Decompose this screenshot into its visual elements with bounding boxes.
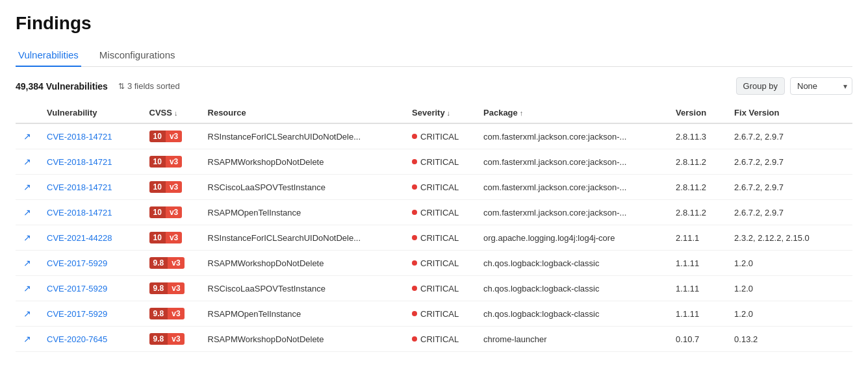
severity-dot-icon [412,184,417,190]
row-version: 2.8.11.3 [668,123,726,149]
row-severity: CRITICAL [404,123,476,149]
row-link-cell: ↗ [16,123,39,149]
row-version: 1.1.11 [668,276,726,301]
row-link-cell: ↗ [16,149,39,175]
col-header-version[interactable]: Version [668,103,726,123]
sort-icon: ⇅ [118,82,125,91]
row-link-cell: ↗ [16,175,39,200]
severity-label: CRITICAL [420,132,459,142]
row-fix-version: 1.2.0 [726,301,852,327]
table-row: ↗CVE-2021-4422810v3RSInstanceForICLSearc… [16,225,852,251]
severity-label: CRITICAL [420,182,459,192]
row-version: 0.10.7 [668,327,726,352]
severity-label: CRITICAL [420,309,459,319]
row-fix-version: 2.3.2, 2.12.2, 2.15.0 [726,225,852,251]
vulnerabilities-table: Vulnerability CVSS ↓ Resource Se [16,103,852,352]
group-by-label: Group by [736,77,785,95]
row-fix-version: 0.13.2 [726,327,852,352]
row-resource: RSCiscoLaaSPOVTestInstance [200,276,405,301]
external-link-icon[interactable]: ↗ [23,232,31,243]
table-row: ↗CVE-2017-59299.8v3RSAPMOpenTelInstanceC… [16,301,852,327]
row-cvss: 10v3 [142,225,200,251]
row-link-cell: ↗ [16,200,39,225]
row-link-cell: ↗ [16,225,39,251]
row-severity: CRITICAL [404,225,476,251]
table-row: ↗CVE-2018-1472110v3RSAPMOpenTelInstanceC… [16,200,852,225]
severity-dot-icon [412,311,417,316]
severity-dot-icon [412,286,417,291]
row-vulnerability[interactable]: CVE-2021-44228 [39,225,142,251]
col-header-package[interactable]: Package ↑ [476,103,668,123]
external-link-icon[interactable]: ↗ [23,283,31,293]
row-version: 2.8.11.2 [668,149,726,175]
tab-misconfigurations[interactable]: Misconfigurations [97,44,178,67]
row-vulnerability[interactable]: CVE-2018-14721 [39,200,142,225]
row-resource: RSAPMOpenTelInstance [200,301,405,327]
severity-sort-arrow: ↓ [447,109,451,117]
col-header-fix-version[interactable]: Fix Version [726,103,852,123]
row-resource: RSCiscoLaaSPOVTestInstance [200,175,405,200]
external-link-icon[interactable]: ↗ [23,207,31,218]
row-vulnerability[interactable]: CVE-2017-5929 [39,301,142,327]
toolbar: 49,384 Vulnerabilities ⇅ 3 fields sorted… [16,77,852,95]
row-vulnerability[interactable]: CVE-2018-14721 [39,123,142,149]
page-title: Findings [16,13,852,34]
severity-label: CRITICAL [420,284,459,293]
row-fix-version: 2.6.7.2, 2.9.7 [726,200,852,225]
col-header-cvss[interactable]: CVSS ↓ [142,103,200,123]
row-cvss: 10v3 [142,175,200,200]
row-vulnerability[interactable]: CVE-2018-14721 [39,149,142,175]
external-link-icon[interactable]: ↗ [23,308,31,319]
row-cvss: 10v3 [142,123,200,149]
table-row: ↗CVE-2018-1472110v3RSInstanceForICLSearc… [16,123,852,149]
row-package: com.fasterxml.jackson.core:jackson-... [476,175,668,200]
external-link-icon[interactable]: ↗ [23,131,31,142]
row-severity: CRITICAL [404,327,476,352]
row-version: 2.11.1 [668,225,726,251]
toolbar-left: 49,384 Vulnerabilities ⇅ 3 fields sorted [16,81,180,92]
tab-bar: Vulnerabilities Misconfigurations [16,44,852,67]
row-vulnerability[interactable]: CVE-2020-7645 [39,327,142,352]
external-link-icon[interactable]: ↗ [23,156,31,167]
col-header-vulnerability[interactable]: Vulnerability [39,103,142,123]
col-header-link [16,103,39,123]
row-severity: CRITICAL [404,276,476,301]
group-by-select[interactable]: None Severity Resource Package [790,77,852,95]
severity-dot-icon [412,260,417,266]
row-link-cell: ↗ [16,276,39,301]
row-vulnerability[interactable]: CVE-2017-5929 [39,276,142,301]
cvss-sort-arrow: ↓ [174,109,178,117]
severity-dot-icon [412,336,417,342]
row-severity: CRITICAL [404,200,476,225]
col-header-resource[interactable]: Resource [200,103,405,123]
row-fix-version: 2.6.7.2, 2.9.7 [726,175,852,200]
row-link-cell: ↗ [16,301,39,327]
findings-page: Findings Vulnerabilities Misconfiguratio… [0,0,868,374]
severity-label: CRITICAL [420,334,459,344]
severity-label: CRITICAL [420,157,459,167]
row-resource: RSAPMOpenTelInstance [200,200,405,225]
external-link-icon[interactable]: ↗ [23,334,31,344]
row-vulnerability[interactable]: CVE-2018-14721 [39,175,142,200]
row-resource: RSAPMWorkshopDoNotDelete [200,149,405,175]
row-version: 1.1.11 [668,301,726,327]
row-package: com.fasterxml.jackson.core:jackson-... [476,149,668,175]
severity-label: CRITICAL [420,208,459,218]
sort-info: ⇅ 3 fields sorted [118,81,180,91]
row-resource: RSInstanceForICLSearchUIDoNotDele... [200,225,405,251]
col-header-severity[interactable]: Severity ↓ [404,103,476,123]
external-link-icon[interactable]: ↗ [23,182,31,192]
row-package: com.fasterxml.jackson.core:jackson-... [476,123,668,149]
group-by-select-wrapper[interactable]: None Severity Resource Package [790,77,852,95]
tab-vulnerabilities[interactable]: Vulnerabilities [16,44,81,67]
row-version: 2.8.11.2 [668,175,726,200]
row-version: 1.1.11 [668,251,726,276]
package-sort-arrow: ↑ [520,109,524,117]
vulnerability-count: 49,384 Vulnerabilities [16,81,108,92]
row-cvss: 9.8v3 [142,327,200,352]
severity-dot-icon [412,210,417,215]
row-package: ch.qos.logback:logback-classic [476,276,668,301]
external-link-icon[interactable]: ↗ [23,258,31,268]
row-cvss: 10v3 [142,149,200,175]
row-vulnerability[interactable]: CVE-2017-5929 [39,251,142,276]
